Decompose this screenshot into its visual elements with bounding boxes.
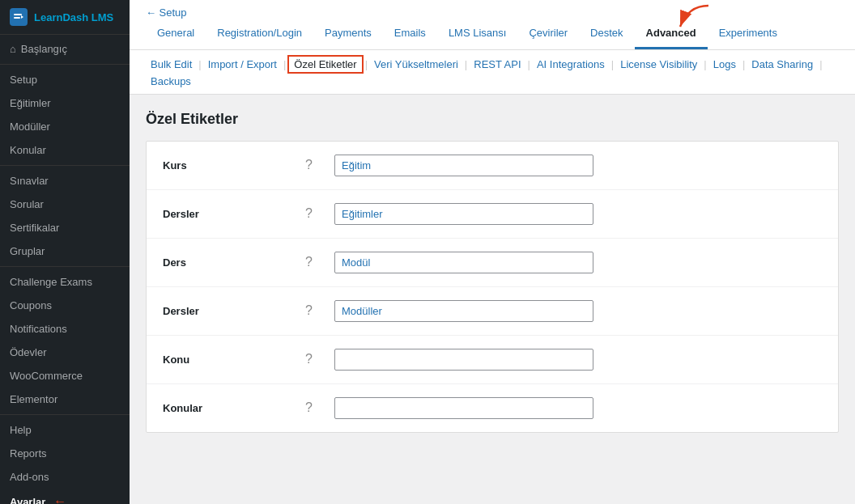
subtab-backups[interactable]: Backups	[146, 74, 196, 89]
subtab-sep-3: |	[364, 58, 369, 70]
help-icon-konular[interactable]: ?	[305, 397, 321, 415]
subtab-rest-api[interactable]: REST API	[469, 57, 525, 72]
main-content: ← Setup General Registration/Login	[130, 0, 855, 504]
form-row-ders: Ders ?	[147, 239, 838, 287]
subtab-sep-2: |	[282, 58, 287, 70]
subtab-sep-6: |	[610, 58, 615, 70]
tab-registration[interactable]: Registration/Login	[206, 19, 313, 49]
subtab-ozel-etiketler[interactable]: Özel Etiketler	[287, 55, 363, 74]
form-card: Kurs ? Dersler ? Ders ?	[146, 141, 839, 433]
help-icon-ders[interactable]: ?	[305, 252, 321, 269]
sidebar-item-ayarlar[interactable]: Ayarlar ←	[0, 489, 130, 504]
svg-rect-0	[14, 14, 22, 15]
field-input-wrap-konu	[334, 349, 822, 371]
ayarlar-arrow-icon: ←	[53, 494, 66, 504]
sidebar-header: LearnDash LMS	[0, 0, 130, 35]
tab-ceviriler[interactable]: Çeviriler	[517, 19, 579, 49]
subtab-sep-9: |	[818, 58, 823, 70]
tab-advanced[interactable]: Advanced	[635, 19, 708, 49]
field-input-wrap-kurs	[334, 155, 822, 176]
subtab-row: Bulk Edit | Import / Export | Özel Etike…	[130, 50, 855, 95]
sidebar-item-sorular[interactable]: Sorular	[0, 193, 130, 216]
tab-destek[interactable]: Destek	[579, 19, 634, 49]
help-icon-dersler1[interactable]: ?	[305, 203, 321, 221]
field-input-wrap-ders	[334, 252, 822, 273]
tab-payments[interactable]: Payments	[313, 19, 383, 49]
help-icon-konu[interactable]: ?	[305, 349, 321, 366]
home-icon: ⌂	[10, 43, 16, 55]
subtab-sep-7: |	[702, 58, 708, 70]
svg-rect-1	[14, 17, 20, 19]
subtab-ai-integrations[interactable]: AI Integrations	[532, 57, 610, 72]
help-icon-kurs[interactable]: ?	[305, 155, 321, 172]
sidebar-item-woocommerce[interactable]: WooCommerce	[0, 364, 130, 388]
sidebar-item-help[interactable]: Help	[0, 418, 130, 442]
subtab-sep-1: |	[197, 58, 202, 70]
sidebar-item-gruplar[interactable]: Gruplar	[0, 239, 130, 263]
sidebar-item-sertifikalar[interactable]: Sertifikalar	[0, 216, 130, 239]
field-input-dersler1[interactable]	[334, 203, 593, 225]
sidebar-item-sinavlar[interactable]: Sınavlar	[0, 169, 130, 193]
page-content: Özel Etiketler Kurs ? Dersler ? Ders	[130, 95, 855, 504]
field-label-dersler2: Dersler	[163, 300, 292, 317]
sidebar: LearnDash LMS ⌂ Başlangıç Setup Eğitimle…	[0, 0, 130, 504]
sidebar-item-challenge-exams[interactable]: Challenge Exams	[0, 270, 130, 294]
form-row-konu: Konu ?	[147, 336, 838, 384]
field-label-dersler1: Dersler	[163, 203, 292, 220]
setup-back-link[interactable]: ← Setup	[146, 0, 839, 19]
subtab-data-sharing[interactable]: Data Sharing	[747, 57, 818, 72]
field-input-dersler2[interactable]	[334, 300, 593, 322]
form-row-dersler2: Dersler ?	[147, 287, 838, 336]
tab-experiments[interactable]: Experiments	[708, 19, 789, 49]
sidebar-item-baslangic[interactable]: ⌂ Başlangıç	[0, 35, 130, 61]
page-title: Özel Etiketler	[146, 111, 839, 128]
form-row-kurs: Kurs ?	[147, 142, 838, 190]
sidebar-item-odevler[interactable]: Ödevler	[0, 341, 130, 364]
sidebar-item-coupons[interactable]: Coupons	[0, 294, 130, 317]
field-label-kurs: Kurs	[163, 155, 292, 172]
top-navigation: ← Setup General Registration/Login	[130, 0, 855, 50]
sidebar-item-elementor[interactable]: Elementor	[0, 388, 130, 411]
subtab-veri-yukseltmeleri[interactable]: Veri Yükseltmeleri	[369, 57, 463, 72]
field-input-wrap-konular	[334, 397, 822, 419]
subtab-bulk-edit[interactable]: Bulk Edit	[146, 57, 197, 72]
sidebar-item-add-ons[interactable]: Add-ons	[0, 465, 130, 489]
tab-lms-lisansi[interactable]: LMS Lisansı	[437, 19, 518, 49]
tab-emails[interactable]: Emails	[383, 19, 437, 49]
subtab-sep-8: |	[741, 58, 747, 70]
subtab-sep-5: |	[526, 58, 532, 70]
field-input-wrap-dersler1	[334, 203, 822, 225]
sidebar-item-moduller[interactable]: Modüller	[0, 115, 130, 138]
subtab-logs[interactable]: Logs	[708, 57, 741, 72]
sidebar-item-notifications[interactable]: Notifications	[0, 317, 130, 341]
field-label-konu: Konu	[163, 349, 292, 366]
field-input-konu[interactable]	[334, 349, 593, 371]
main-tab-row: General Registration/Login Payments Emai…	[146, 19, 839, 49]
sidebar-item-reports[interactable]: Reports	[0, 442, 130, 465]
learndash-logo-icon	[10, 8, 28, 26]
sidebar-item-setup[interactable]: Setup	[0, 68, 130, 91]
sidebar-brand: LearnDash LMS	[34, 11, 113, 23]
field-label-ders: Ders	[163, 252, 292, 269]
svg-marker-2	[21, 15, 23, 19]
subtab-import-export[interactable]: Import / Export	[203, 57, 282, 72]
subtab-license-visibility[interactable]: License Visibility	[615, 57, 702, 72]
subtab-sep-4: |	[463, 58, 469, 70]
help-icon-dersler2[interactable]: ?	[305, 300, 321, 318]
sidebar-item-egitimler[interactable]: Eğitimler	[0, 91, 130, 115]
tab-general[interactable]: General	[146, 19, 206, 49]
field-input-ders[interactable]	[334, 252, 593, 273]
form-row-dersler1: Dersler ?	[147, 190, 838, 239]
field-input-konular[interactable]	[334, 397, 593, 419]
field-input-kurs[interactable]	[334, 155, 593, 176]
field-label-konular: Konular	[163, 397, 292, 414]
sidebar-item-konular[interactable]: Konular	[0, 138, 130, 162]
form-row-konular: Konular ?	[147, 384, 838, 432]
field-input-wrap-dersler2	[334, 300, 822, 322]
